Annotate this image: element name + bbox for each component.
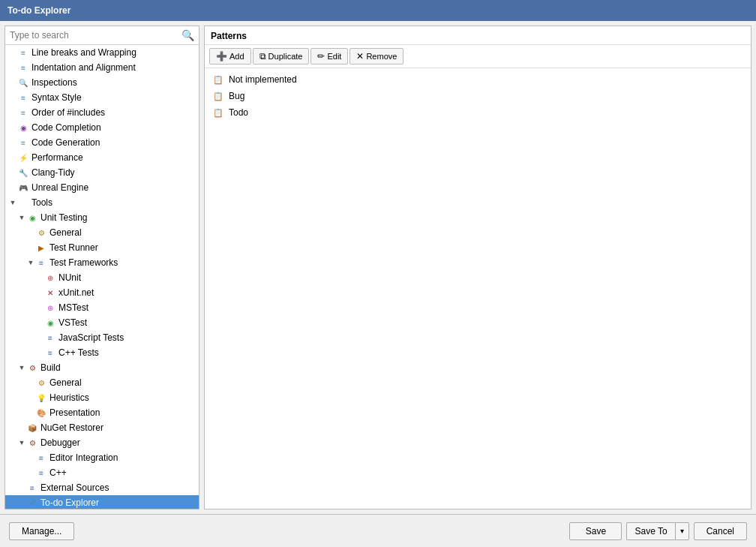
tree-label-xunit: xUnit.net (58, 287, 94, 298)
tree-item-indent[interactable]: ≡Indentation and Alignment (5, 60, 199, 75)
tree-arrow-build: ▼ (17, 364, 26, 371)
tree-label-build: Build (40, 362, 61, 373)
tree-item-cpptests[interactable]: ≡C++ Tests (5, 345, 199, 360)
tree-label-clang: Clang-Tidy (32, 167, 75, 178)
tree-item-unittest[interactable]: ▼◉Unit Testing (5, 210, 199, 225)
pattern-icon-todo: 📋 (212, 107, 224, 119)
tree-item-nunit[interactable]: ⊕NUnit (5, 270, 199, 285)
tree-icon-syntax: ≡ (17, 92, 29, 104)
tree-item-todoexplorer[interactable]: ✓To-do Explorer (5, 495, 199, 509)
footer-right: Save Save To ▾ Cancel (569, 522, 747, 540)
tree-item-testrunner[interactable]: ▶Test Runner (5, 240, 199, 255)
tree-icon-cppdbg: ≡ (35, 467, 47, 479)
pattern-item-todo[interactable]: 📋Todo (208, 104, 748, 121)
tree-icon-nunit: ⊕ (44, 272, 56, 284)
edit-button[interactable]: ✏ Edit (310, 48, 348, 65)
tree-label-unreal: Unreal Engine (32, 182, 88, 193)
tree-arrow-tools: ▼ (8, 199, 17, 206)
tree-item-completion[interactable]: ◉Code Completion (5, 120, 199, 135)
tree-item-buildgeneral[interactable]: ⚙General (5, 375, 199, 390)
tree-item-generation[interactable]: ≡Code Generation (5, 135, 199, 150)
search-input[interactable] (10, 30, 182, 41)
manage-button[interactable]: Manage... (9, 522, 74, 540)
tree-label-linebreaks: Line breaks and Wrapping (32, 47, 136, 58)
duplicate-label: Duplicate (268, 52, 303, 61)
tree-item-general[interactable]: ⚙General (5, 225, 199, 240)
tree-item-syntax[interactable]: ≡Syntax Style (5, 90, 199, 105)
tree-item-jstests[interactable]: ≡JavaScript Tests (5, 330, 199, 345)
tree-item-xunit[interactable]: ✕xUnit.net (5, 285, 199, 300)
tree-item-frameworks[interactable]: ▼≡Test Frameworks (5, 255, 199, 270)
tree-icon-frameworks: ≡ (35, 257, 47, 269)
tree-label-cppdbg: C++ (50, 467, 67, 478)
tree-item-mstest[interactable]: ⊛MSTest (5, 300, 199, 315)
tree-icon-inspections: 🔍 (17, 77, 29, 89)
tree-item-editorint[interactable]: ≡Editor Integration (5, 450, 199, 465)
tree-label-buildgeneral: General (50, 377, 82, 388)
tree-icon-indent: ≡ (17, 62, 29, 74)
tree-item-presentation[interactable]: 🎨Presentation (5, 405, 199, 420)
save-to-button[interactable]: Save To (626, 522, 674, 540)
tree-label-indent: Indentation and Alignment (32, 62, 136, 73)
tree-item-debugger[interactable]: ▼⚙Debugger (5, 435, 199, 450)
add-icon: ➕ (216, 51, 227, 62)
tree-label-nuget: NuGet Restorer (40, 422, 104, 433)
footer-left: Manage... (9, 522, 74, 540)
tree-item-tools[interactable]: ▼Tools (5, 195, 199, 210)
duplicate-icon: ⧉ (260, 51, 266, 62)
tree-item-clang[interactable]: 🔧Clang-Tidy (5, 165, 199, 180)
tree-arrow-unittest: ▼ (17, 214, 26, 221)
tree-item-external[interactable]: ≡External Sources (5, 480, 199, 495)
pattern-label-todo: Todo (229, 107, 248, 118)
tree-icon-mstest: ⊛ (44, 302, 56, 314)
dialog-body: 🔍 ≡Line breaks and Wrapping≡Indentation … (0, 21, 756, 514)
tree-label-general: General (50, 227, 82, 238)
tree-icon-clang: 🔧 (17, 167, 29, 179)
tree-label-external: External Sources (40, 482, 109, 493)
tree-label-todoexplorer: To-do Explorer (40, 497, 99, 508)
tree-label-jstests: JavaScript Tests (58, 332, 124, 343)
tree-label-order: Order of #includes (32, 107, 105, 118)
tree-icon-cpptests: ≡ (44, 347, 56, 359)
tree-item-performance[interactable]: ⚡Performance (5, 150, 199, 165)
tree-item-vstest[interactable]: ◉VSTest (5, 315, 199, 330)
pattern-icon-notimpl: 📋 (212, 74, 224, 86)
save-button[interactable]: Save (569, 522, 622, 540)
tree-item-linebreaks[interactable]: ≡Line breaks and Wrapping (5, 45, 199, 60)
add-button[interactable]: ➕ Add (209, 48, 251, 65)
pattern-label-bug: Bug (229, 91, 244, 101)
tree-item-build[interactable]: ▼⚙Build (5, 360, 199, 375)
tree-label-cpptests: C++ Tests (58, 347, 99, 358)
cancel-button[interactable]: Cancel (694, 522, 747, 540)
tree-label-frameworks: Test Frameworks (50, 257, 118, 268)
tree-icon-jstests: ≡ (44, 332, 56, 344)
save-to-wrap: Save To ▾ (626, 522, 688, 540)
left-panel: 🔍 ≡Line breaks and Wrapping≡Indentation … (4, 26, 200, 509)
tree-label-unittest: Unit Testing (40, 212, 87, 223)
tree-item-nuget[interactable]: 📦NuGet Restorer (5, 420, 199, 435)
tree-label-debugger: Debugger (40, 437, 80, 448)
tree-icon-performance: ⚡ (17, 152, 29, 164)
patterns-list: 📋Not implemented📋Bug📋Todo (205, 68, 751, 509)
tree-label-completion: Code Completion (32, 122, 101, 133)
tree-icon-unittest: ◉ (26, 212, 38, 224)
pattern-item-notimpl[interactable]: 📋Not implemented (208, 71, 748, 88)
save-to-dropdown-button[interactable]: ▾ (675, 522, 689, 540)
tree-item-unreal[interactable]: 🎮Unreal Engine (5, 180, 199, 195)
tree-icon-editorint: ≡ (35, 452, 47, 464)
tree-icon-completion: ◉ (17, 122, 29, 134)
tree-icon-debugger: ⚙ (26, 437, 38, 449)
dialog-title: To-do Explorer (8, 5, 70, 16)
tree-item-cppdbg[interactable]: ≡C++ (5, 465, 199, 480)
duplicate-button[interactable]: ⧉ Duplicate (253, 48, 310, 65)
pattern-item-bug[interactable]: 📋Bug (208, 88, 748, 104)
tree-item-heuristics[interactable]: 💡Heuristics (5, 390, 199, 405)
tree-item-order[interactable]: ≡Order of #includes (5, 105, 199, 120)
tree-item-inspections[interactable]: 🔍Inspections (5, 75, 199, 90)
tree-label-vstest: VSTest (58, 317, 87, 328)
tree-label-heuristics: Heuristics (50, 392, 89, 403)
tree-label-nunit: NUnit (58, 272, 81, 283)
tree-icon-todoexplorer: ✓ (26, 497, 38, 509)
tree-icon-nuget: 📦 (26, 422, 38, 434)
remove-button[interactable]: ✕ Remove (350, 48, 404, 65)
